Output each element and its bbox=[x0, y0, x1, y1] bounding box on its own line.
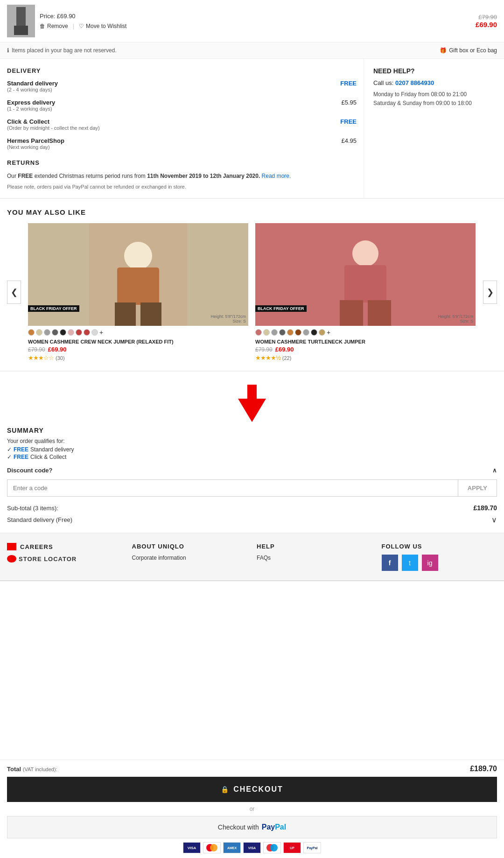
swatch[interactable] bbox=[36, 329, 42, 336]
star-rating-2: ★★★★½ bbox=[255, 354, 280, 361]
apply-discount-button[interactable]: APPLY bbox=[458, 479, 497, 497]
recommendations-section: YOU MAY ALSO LIKE ❮ BLACK FRIDAY OFFER H… bbox=[0, 199, 504, 372]
hermes-row: Hermes ParcelShop (Next working day) £4.… bbox=[7, 137, 357, 150]
click-collect-name: Click & Collect bbox=[7, 118, 100, 125]
rec-price-old-2: £79.90 bbox=[255, 346, 273, 353]
express-delivery-name: Express delivery bbox=[7, 99, 55, 106]
standard-delivery-price: FREE bbox=[340, 80, 357, 87]
separator: | bbox=[73, 22, 74, 29]
wishlist-button[interactable]: ♡ Move to Wishlist bbox=[79, 23, 126, 29]
gift-box-button[interactable]: 🎁 Gift box or Eco bag bbox=[440, 47, 497, 54]
swatch[interactable] bbox=[311, 329, 317, 336]
faqs-link[interactable]: FAQs bbox=[257, 555, 372, 561]
black-friday-badge-1: BLACK FRIDAY OFFER bbox=[28, 305, 79, 312]
swatch[interactable] bbox=[76, 329, 82, 336]
briefcase-icon bbox=[7, 543, 16, 550]
standard-delivery-row: Standard delivery (2 - 4 working days) F… bbox=[7, 80, 357, 92]
recommendations-carousel: ❮ BLACK FRIDAY OFFER Height: 5'8"/172cmS… bbox=[7, 223, 497, 361]
summary-title: SUMMARY bbox=[7, 427, 497, 434]
footer-careers-title: CAREERS bbox=[7, 543, 123, 550]
delivery-section: DELIVERY Standard delivery (2 - 4 workin… bbox=[0, 59, 504, 199]
footer-help-title: HELP bbox=[257, 543, 372, 550]
swatch-more-1[interactable]: + bbox=[99, 329, 103, 336]
discount-code-input[interactable] bbox=[7, 479, 458, 497]
click-collect-row: Click & Collect (Order by midnight - col… bbox=[7, 118, 357, 131]
rec-price-new-1: £69.90 bbox=[48, 346, 67, 353]
trash-icon: 🗑 bbox=[40, 23, 45, 29]
swatch[interactable] bbox=[279, 329, 286, 336]
discount-input-row: APPLY bbox=[7, 479, 497, 497]
svg-rect-7 bbox=[140, 302, 161, 326]
black-friday-badge-2: BLACK FRIDAY OFFER bbox=[255, 305, 307, 312]
swatch[interactable] bbox=[44, 329, 50, 336]
swatch[interactable] bbox=[263, 329, 270, 336]
read-more-link[interactable]: Read more. bbox=[262, 173, 291, 179]
express-delivery-price: £5.95 bbox=[341, 99, 357, 106]
free-click-collect: ✓ FREE Click & Collect bbox=[7, 454, 497, 460]
instagram-icon[interactable]: ig bbox=[422, 555, 438, 571]
delivery-summary-label: Standard delivery (Free) bbox=[7, 516, 72, 523]
help-phone: Call us: 0207 8864930 bbox=[373, 79, 495, 86]
twitter-icon[interactable]: t bbox=[402, 555, 418, 571]
swatch-more-2[interactable]: + bbox=[327, 329, 330, 336]
bottom-spacer bbox=[0, 581, 504, 675]
swatch[interactable] bbox=[60, 329, 66, 336]
swatch[interactable] bbox=[303, 329, 309, 336]
footer-section: CAREERS STORE LOCATOR ABOUT UNIQLO Corpo… bbox=[0, 534, 504, 581]
subtotal-value: £189.70 bbox=[473, 504, 497, 512]
price-original: £79.90 bbox=[476, 14, 497, 21]
checkmark-icon: ✓ bbox=[7, 446, 12, 453]
summary-qualifies: Your order qualifies for: bbox=[7, 438, 497, 444]
swatch[interactable] bbox=[52, 329, 58, 336]
heart-icon: ♡ bbox=[79, 23, 84, 29]
hermes-name: Hermes ParcelShop bbox=[7, 137, 64, 144]
summary-section: SUMMARY Your order qualifies for: ✓ FREE… bbox=[0, 372, 504, 534]
swatch[interactable] bbox=[319, 329, 325, 336]
review-count-2: (22) bbox=[282, 355, 292, 361]
returns-note: Please note, orders paid via PayPal cann… bbox=[7, 184, 357, 190]
swatch[interactable] bbox=[295, 329, 301, 336]
rec-item-name-2: WOMEN CASHMERE TURTLENECK JUMPER bbox=[255, 339, 476, 345]
click-collect-price: FREE bbox=[340, 118, 357, 125]
free-standard-delivery: ✓ FREE Standard delivery bbox=[7, 446, 497, 453]
phone-link[interactable]: 0207 8864930 bbox=[395, 79, 434, 86]
swatch[interactable] bbox=[255, 329, 262, 336]
svg-rect-6 bbox=[115, 302, 136, 326]
info-icon: ℹ bbox=[7, 47, 9, 54]
store-icon bbox=[7, 555, 16, 563]
size-info-1: Height: 5'8"/172cmSize: S bbox=[211, 314, 246, 324]
color-swatches-2: + bbox=[255, 329, 476, 336]
down-arrow-indicator bbox=[238, 385, 266, 422]
swatch[interactable] bbox=[91, 329, 98, 336]
size-info-2: Height: 5'8"/172cmSize: S bbox=[438, 314, 473, 324]
remove-button[interactable]: 🗑 Remove bbox=[40, 23, 68, 29]
rec-price-old-1: £79.90 bbox=[28, 346, 45, 353]
subtotal-label: Sub-total (3 items): bbox=[7, 505, 58, 512]
swatch[interactable] bbox=[287, 329, 294, 336]
carousel-next-button[interactable]: ❯ bbox=[483, 281, 497, 304]
carousel-prev-button[interactable]: ❮ bbox=[7, 281, 21, 304]
subtotal-row: Sub-total (3 items): £189.70 bbox=[7, 504, 497, 512]
discount-section: Discount code? ∧ APPLY bbox=[7, 467, 497, 497]
social-icons: f t ig bbox=[382, 555, 497, 571]
footer-about-title: ABOUT UNIQLO bbox=[132, 543, 248, 550]
svg-rect-5 bbox=[117, 267, 159, 305]
product-price-label: Price: £69.90 bbox=[40, 13, 471, 20]
discount-toggle[interactable]: Discount code? ∧ bbox=[7, 467, 497, 477]
rec-prices-2: £79.90 £69.90 bbox=[255, 346, 476, 353]
footer-grid: CAREERS STORE LOCATOR ABOUT UNIQLO Corpo… bbox=[7, 543, 497, 571]
swatch[interactable] bbox=[68, 329, 74, 336]
facebook-icon[interactable]: f bbox=[382, 555, 398, 571]
rec-stars-2: ★★★★½ (22) bbox=[255, 354, 476, 361]
swatch[interactable] bbox=[84, 329, 90, 336]
hermes-price: £4.95 bbox=[341, 137, 357, 144]
svg-rect-12 bbox=[368, 300, 391, 326]
swatch[interactable] bbox=[271, 329, 278, 336]
swatch[interactable] bbox=[28, 329, 35, 336]
footer-follow-title: FOLLOW US bbox=[382, 543, 497, 550]
returns-text: Our FREE extended Christmas returns peri… bbox=[7, 172, 357, 180]
corporate-info-link[interactable]: Corporate information bbox=[132, 555, 248, 561]
help-hours: Monday to Friday from 08:00 to 21:00 Sat… bbox=[373, 90, 495, 108]
svg-marker-13 bbox=[238, 385, 266, 422]
list-item: BLACK FRIDAY OFFER Height: 5'8"/172cmSiz… bbox=[28, 223, 248, 361]
